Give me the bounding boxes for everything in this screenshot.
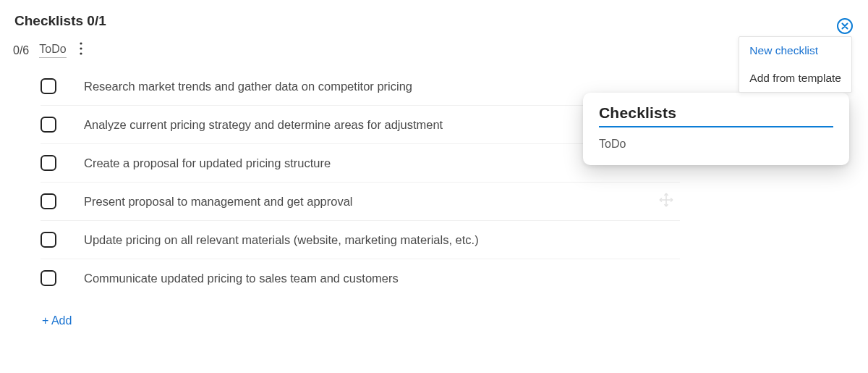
checklist-count: 0/6 — [13, 44, 29, 57]
more-icon[interactable] — [77, 42, 85, 59]
checkbox[interactable] — [41, 78, 56, 94]
new-checklist-option[interactable]: New checklist — [739, 37, 851, 64]
close-icon[interactable] — [836, 17, 854, 35]
popover-title: Checklists — [599, 104, 833, 127]
add-from-template-option[interactable]: Add from template — [739, 64, 851, 92]
checklist-item-text[interactable]: Analyze current pricing strategy and det… — [84, 118, 443, 132]
svg-point-0 — [80, 42, 82, 44]
checklist-item-text[interactable]: Communicate updated pricing to sales tea… — [84, 272, 399, 285]
checklist-item-text[interactable]: Present proposal to management and get a… — [84, 195, 353, 209]
checkbox[interactable] — [41, 117, 56, 133]
checklist-name[interactable]: ToDo — [39, 43, 66, 58]
checklist-item: Present proposal to management and get a… — [41, 183, 680, 221]
checklist-item-text[interactable]: Research market trends and gather data o… — [84, 80, 412, 93]
checkbox[interactable] — [41, 193, 56, 209]
svg-point-2 — [80, 52, 82, 54]
add-item-button[interactable]: + Add — [0, 297, 868, 335]
drag-icon[interactable] — [658, 192, 674, 211]
checklist-item: Communicate updated pricing to sales tea… — [41, 259, 680, 297]
checklists-popover: Checklists ToDo — [583, 93, 849, 165]
checkbox[interactable] — [41, 232, 56, 248]
checklist-dropdown: New checklist Add from template — [739, 36, 852, 93]
checklist-subheader: 0/6 ToDo — [0, 36, 868, 67]
checklist-item-text[interactable]: Create a proposal for updated pricing st… — [84, 156, 331, 170]
checklist-item-text[interactable]: Update pricing on all relevant materials… — [84, 233, 479, 247]
svg-point-1 — [80, 47, 82, 49]
checkbox[interactable] — [41, 155, 56, 171]
checklists-title: Checklists 0/1 — [14, 13, 106, 28]
checkbox[interactable] — [41, 270, 56, 286]
checklists-header: Checklists 0/1 — [0, 0, 868, 36]
checklist-item: Update pricing on all relevant materials… — [41, 221, 680, 259]
popover-list-item[interactable]: ToDo — [599, 138, 833, 151]
